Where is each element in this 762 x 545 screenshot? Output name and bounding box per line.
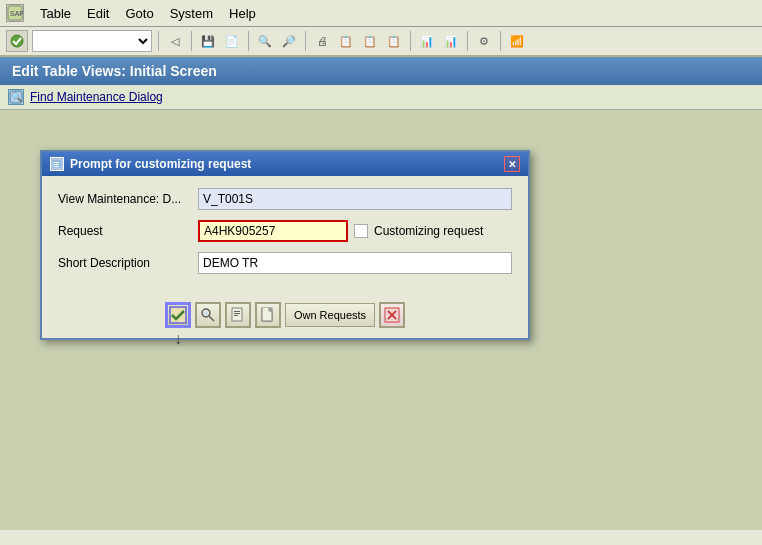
request-row: Request Customizing request [58,220,512,242]
svg-text:☰: ☰ [53,161,59,168]
toolbar-settings-icon[interactable]: ⚙ [474,31,494,51]
customizing-dialog: ☰ Prompt for customizing request ✕ View … [40,150,530,340]
menu-help[interactable]: Help [229,6,256,21]
svg-line-9 [209,316,214,321]
screen-title: Edit Table Views: Initial Screen [0,57,762,85]
svg-text:🔍: 🔍 [11,91,23,103]
toolbar-print2-icon[interactable]: 📋 [336,31,356,51]
view-maintenance-label: View Maintenance: D... [58,192,198,206]
menu-system[interactable]: System [170,6,213,21]
view-maintenance-row: View Maintenance: D... [58,188,512,210]
svg-point-2 [11,35,23,47]
doc2-button[interactable] [255,302,281,328]
svg-rect-11 [232,308,242,321]
svg-rect-14 [234,315,238,316]
toolbar-copy-icon[interactable]: 📋 [384,31,404,51]
own-requests-button[interactable]: Own Requests [285,303,375,327]
toolbar-separator-1 [158,31,159,51]
toolbar-dropdown[interactable] [32,30,152,52]
menu-bar: SAP Table Edit Goto System Help [0,0,762,27]
dialog-close-button[interactable]: ✕ [504,156,520,172]
menu-edit[interactable]: Edit [87,6,109,21]
cancel-button[interactable] [379,302,405,328]
menu-table[interactable]: Table [40,6,71,21]
toolbar-signal-icon[interactable]: 📶 [507,31,527,51]
toolbar-page-icon[interactable]: 📄 [222,31,242,51]
svg-rect-13 [234,313,240,314]
dialog-title-left: ☰ Prompt for customizing request [50,157,251,171]
find-maintenance-link[interactable]: Find Maintenance Dialog [30,90,163,104]
toolbar-search1-icon[interactable]: 🔍 [255,31,275,51]
toolbar-separator-2 [191,31,192,51]
workspace: ☰ Prompt for customizing request ✕ View … [0,110,762,530]
toolbar-save-icon[interactable]: 💾 [198,31,218,51]
sap-logo: SAP [6,4,24,22]
toolbar-check-btn[interactable] [6,30,28,52]
customizing-checkbox[interactable] [354,224,368,238]
svg-point-10 [204,311,208,315]
svg-text:SAP: SAP [10,10,23,17]
toolbar: ◁ 💾 📄 🔍 🔎 🖨 📋 📋 📋 📊 📊 ⚙ 📶 [0,27,762,57]
toolbar-separator-4 [305,31,306,51]
dialog-overlay: ☰ Prompt for customizing request ✕ View … [40,150,530,340]
request-label: Request [58,224,198,238]
toolbar-chart1-icon[interactable]: 📊 [417,31,437,51]
menu-goto[interactable]: Goto [125,6,153,21]
toolbar-separator-7 [500,31,501,51]
toolbar-back-icon[interactable]: ◁ [165,31,185,51]
dialog-title-bar: ☰ Prompt for customizing request ✕ [42,152,528,176]
request-controls: Customizing request [198,220,483,242]
toolbar-separator-3 [248,31,249,51]
short-description-input[interactable] [198,252,512,274]
confirm-button[interactable] [165,302,191,328]
short-description-label: Short Description [58,256,198,270]
find-bar: 🔍 Find Maintenance Dialog [0,85,762,110]
search-button[interactable] [195,302,221,328]
dialog-footer: ↓ [42,296,528,338]
customizing-label: Customizing request [374,224,483,238]
svg-rect-12 [234,311,240,312]
toolbar-separator-5 [410,31,411,51]
toolbar-separator-6 [467,31,468,51]
dialog-title-text: Prompt for customizing request [70,157,251,171]
request-input[interactable] [198,220,348,242]
dialog-title-icon: ☰ [50,157,64,171]
toolbar-print1-icon[interactable]: 🖨 [312,31,332,51]
doc1-button[interactable] [225,302,251,328]
dialog-body: View Maintenance: D... Request Customizi… [42,176,528,296]
toolbar-search2-icon[interactable]: 🔎 [279,31,299,51]
short-description-row: Short Description [58,252,512,274]
find-bar-icon: 🔍 [8,89,24,105]
toolbar-clipboard-icon[interactable]: 📋 [360,31,380,51]
toolbar-chart2-icon[interactable]: 📊 [441,31,461,51]
view-maintenance-input[interactable] [198,188,512,210]
